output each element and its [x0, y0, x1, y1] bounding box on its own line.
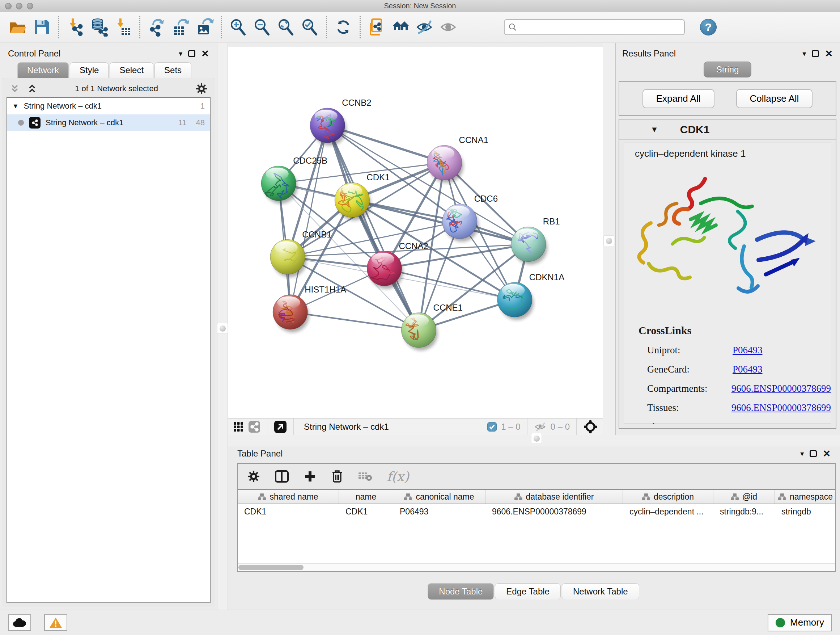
panel-float-icon[interactable]: [188, 50, 195, 57]
selected-checkbox[interactable]: [487, 422, 497, 432]
import-network-database-button[interactable]: [87, 15, 111, 39]
panel-float-icon[interactable]: [810, 450, 817, 457]
save-session-button[interactable]: [30, 15, 54, 39]
cloud-button[interactable]: [8, 614, 31, 631]
network-node[interactable]: [261, 166, 296, 201]
tab-network-table[interactable]: Network Table: [562, 583, 639, 600]
new-network-from-selection-button[interactable]: [365, 15, 389, 39]
panel-close-icon[interactable]: ✕: [825, 49, 833, 58]
export-network-button[interactable]: [145, 15, 169, 39]
gene-header[interactable]: ▼ CDK1: [619, 119, 836, 140]
export-image-button[interactable]: [193, 15, 216, 39]
hide-selected-button[interactable]: [413, 15, 437, 39]
open-session-button[interactable]: [6, 15, 30, 39]
network-edge[interactable]: [384, 269, 515, 300]
zoom-in-button[interactable]: [226, 15, 250, 39]
center-view-button[interactable]: [583, 420, 598, 434]
network-row-selected[interactable]: String Network – cdk1 11 48: [7, 114, 210, 131]
column-header-shared-name[interactable]: shared name: [238, 490, 339, 504]
panel-close-icon[interactable]: ✕: [823, 449, 831, 458]
table-panel-splitter[interactable]: [228, 435, 840, 447]
show-columns-icon[interactable]: [275, 470, 289, 483]
panel-collapse-icon[interactable]: ▾: [179, 49, 182, 58]
table-cell[interactable]: stringdb: [775, 507, 835, 516]
birdseye-view-button[interactable]: [274, 420, 287, 433]
crosslink-link[interactable]: 9606.ENSP00000378699: [731, 383, 831, 394]
collapse-all-button[interactable]: Collapse All: [736, 89, 813, 108]
crosslink-link[interactable]: 9606.ENSP00000378699: [731, 402, 831, 413]
search-input[interactable]: [520, 22, 681, 32]
crosslink-link[interactable]: P06493: [733, 364, 763, 375]
tab-edge-table[interactable]: Edge Table: [495, 583, 561, 600]
crosslink-link[interactable]: P06493: [733, 345, 763, 356]
splitter-handle[interactable]: [603, 235, 614, 246]
refresh-view-button[interactable]: [332, 15, 355, 39]
panel-close-icon[interactable]: ✕: [201, 49, 209, 58]
import-network-file-button[interactable]: [63, 15, 87, 39]
disclosure-triangle-icon[interactable]: ▼: [12, 103, 19, 110]
results-panel-splitter[interactable]: [603, 43, 615, 435]
zoom-selected-button[interactable]: [298, 15, 322, 39]
network-collection-row[interactable]: ▼ String Network – cdk1 1: [7, 98, 210, 114]
network-mode-button[interactable]: [248, 421, 261, 433]
network-node[interactable]: [270, 240, 305, 274]
network-options-gear-icon[interactable]: [195, 82, 208, 95]
panel-collapse-icon[interactable]: ▾: [800, 449, 804, 458]
tab-style[interactable]: Style: [70, 62, 109, 78]
create-column-icon[interactable]: [303, 470, 317, 483]
table-cell[interactable]: 9606.ENSP00000378699: [485, 507, 623, 516]
zoom-out-button[interactable]: [250, 15, 274, 39]
panel-collapse-icon[interactable]: ▾: [802, 49, 806, 58]
network-edge[interactable]: [327, 125, 418, 330]
network-node[interactable]: [401, 313, 436, 348]
show-all-button[interactable]: [437, 15, 461, 39]
collapse-all-networks-icon[interactable]: [27, 83, 38, 94]
panel-float-icon[interactable]: [812, 50, 819, 57]
table-cell[interactable]: CDK1: [238, 507, 339, 516]
table-cell[interactable]: stringdb:9...: [714, 507, 775, 516]
import-table-button[interactable]: [111, 15, 135, 39]
network-node[interactable]: [335, 182, 369, 217]
help-button[interactable]: ?: [700, 19, 717, 35]
fit-content-button[interactable]: [274, 15, 298, 39]
tab-string[interactable]: String: [704, 62, 752, 78]
table-row[interactable]: CDK1CDK1P064939606.ENSP00000378699cyclin…: [238, 504, 835, 519]
disclosure-triangle-icon[interactable]: ▼: [651, 125, 658, 134]
network-node[interactable]: [497, 282, 532, 317]
table-cell[interactable]: cyclin–dependent ...: [623, 507, 714, 516]
column-header-database-identifier[interactable]: database identifier: [485, 490, 623, 504]
column-header-canonical-name[interactable]: canonical name: [393, 490, 485, 504]
network-edge[interactable]: [290, 312, 418, 330]
column-header-description[interactable]: description: [623, 490, 714, 504]
network-node[interactable]: [427, 145, 462, 180]
warning-button[interactable]: [44, 614, 67, 631]
network-node[interactable]: [310, 108, 345, 143]
export-table-button[interactable]: [169, 15, 193, 39]
tab-select[interactable]: Select: [110, 62, 153, 78]
horizontal-scrollbar[interactable]: [238, 563, 835, 571]
tab-network[interactable]: Network: [17, 62, 69, 78]
column-header-namespace[interactable]: namespace: [775, 490, 835, 504]
control-panel-splitter[interactable]: [217, 43, 228, 610]
grid-mode-button[interactable]: [233, 421, 244, 432]
crosslink-link[interactable]: P06493: [733, 421, 763, 424]
browse-web-button[interactable]: [389, 15, 413, 39]
table-options-gear-icon[interactable]: [247, 470, 260, 483]
splitter-handle[interactable]: [531, 433, 542, 444]
column-header--id[interactable]: @id: [714, 490, 775, 504]
scrollbar-thumb[interactable]: [238, 565, 303, 570]
expand-all-button[interactable]: Expand All: [643, 89, 714, 108]
network-canvas[interactable]: CCNB2CCNA1CDC25BCDK1CDC6RB1CCNB1CCNA2CDK…: [228, 47, 603, 418]
expand-all-networks-icon[interactable]: [9, 83, 20, 94]
network-node[interactable]: [511, 226, 546, 261]
column-header-name[interactable]: name: [339, 490, 393, 504]
network-node[interactable]: [273, 295, 308, 329]
delete-column-icon[interactable]: [331, 470, 343, 483]
splitter-handle[interactable]: [217, 323, 228, 334]
tab-node-table[interactable]: Node Table: [428, 583, 494, 600]
network-node[interactable]: [442, 204, 477, 239]
network-node[interactable]: [367, 251, 401, 286]
table-cell[interactable]: CDK1: [339, 507, 393, 516]
tab-sets[interactable]: Sets: [155, 62, 191, 78]
table-cell[interactable]: P06493: [393, 507, 485, 516]
